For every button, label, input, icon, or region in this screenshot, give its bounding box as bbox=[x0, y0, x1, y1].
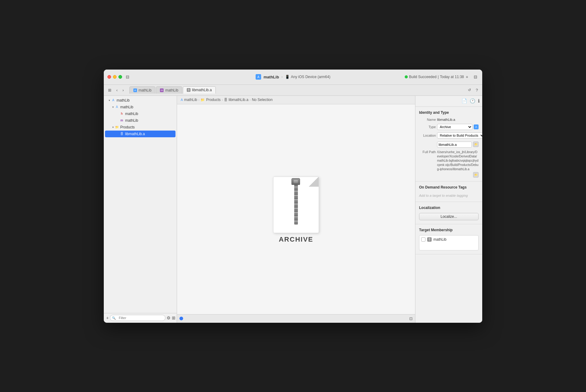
minimize-button[interactable] bbox=[113, 75, 117, 79]
breadcrumb-mathlib[interactable]: A mathLib bbox=[181, 98, 197, 102]
target-membership-section: Target Membership 🗄 mathLib bbox=[415, 224, 482, 254]
localization-title: Localization bbox=[419, 206, 479, 210]
titlebar: ⊟ A mathLib › 📱 Any iOS Device (arm64) B… bbox=[104, 70, 482, 85]
tab-mathlib-m[interactable]: m mathLib bbox=[156, 86, 182, 94]
app-icon: A bbox=[256, 74, 261, 80]
on-demand-placeholder: Add to a target to enable tagging bbox=[419, 194, 468, 197]
blue-indicator bbox=[179, 317, 183, 320]
location-field: Location Relative to Build Products bbox=[419, 132, 479, 138]
maximize-button[interactable] bbox=[118, 75, 122, 79]
scheme-label: 📱 Any iOS Device (arm64) bbox=[285, 75, 330, 79]
tree-item-products[interactable]: ▾ 📁 Products bbox=[105, 124, 175, 131]
inspector-header: 📄 🕐 ℹ bbox=[415, 96, 482, 107]
help-button[interactable]: ? bbox=[474, 86, 480, 94]
tree-item-root[interactable]: ▾ A mathLib bbox=[105, 97, 175, 104]
target-membership-title: Target Membership bbox=[419, 228, 479, 232]
breadcrumb-libmathlib[interactable]: 🗄 libmathLib.a bbox=[224, 98, 248, 102]
titlebar-center: A mathLib › 📱 Any iOS Device (arm64) bbox=[256, 74, 331, 80]
build-status: Build Succeeded | Today at 11:38 bbox=[405, 75, 464, 79]
tab-libmathlib[interactable]: 🗄 libmathLib.a bbox=[183, 86, 216, 94]
xcode-window: ⊟ A mathLib › 📱 Any iOS Device (arm64) B… bbox=[104, 70, 482, 323]
archive-display: ARCHIVE bbox=[272, 175, 320, 243]
nav-back-button[interactable]: ‹ bbox=[114, 86, 119, 94]
group-icon: A bbox=[115, 105, 119, 109]
tree-item-libmathlib[interactable]: ▾ 🗄 libmathLib.a bbox=[105, 131, 175, 137]
tab-icon-project: A bbox=[133, 88, 137, 92]
on-demand-title: On Demand Resource Tags bbox=[419, 185, 479, 189]
filter-search-icon: 🔍 bbox=[112, 316, 116, 320]
membership-item: 🗄 mathLib bbox=[421, 237, 476, 242]
tree-item-mathlib-h[interactable]: ▾ h mathLib bbox=[105, 110, 175, 117]
breadcrumb-archive-icon: 🗄 bbox=[224, 98, 227, 102]
title-separator: › bbox=[281, 75, 283, 79]
expand-editor-button[interactable]: ⊡ bbox=[409, 316, 413, 321]
close-button[interactable] bbox=[107, 75, 111, 79]
project-title: mathLib bbox=[264, 75, 279, 79]
browse-button[interactable]: 📁 bbox=[473, 142, 479, 147]
panel-toggle-button[interactable]: ⊟ bbox=[472, 74, 479, 80]
traffic-lights bbox=[107, 75, 122, 79]
tab-icon-source: m bbox=[160, 88, 164, 92]
tab-mathlib-h[interactable]: A mathLib bbox=[129, 86, 156, 94]
settings-button[interactable]: ⚙ bbox=[167, 315, 171, 320]
location-select[interactable]: Relative to Build Products bbox=[437, 132, 482, 138]
source-file-icon: m bbox=[120, 118, 124, 123]
identity-type-section: Identity and Type Name libmathLib.a Type… bbox=[415, 107, 482, 182]
zipper-head bbox=[291, 178, 300, 185]
zipper-head-detail bbox=[294, 180, 298, 183]
name-field: Name libmathLib.a bbox=[419, 118, 479, 121]
sidebar: ▾ A mathLib ▾ A mathLib ▾ h mathLib bbox=[104, 96, 177, 323]
toggle-products: ▾ bbox=[111, 125, 115, 129]
type-field: Type Archive A bbox=[419, 124, 479, 130]
add-file-button[interactable]: + bbox=[106, 315, 109, 320]
membership-target-icon: 🗄 bbox=[427, 237, 432, 242]
type-select[interactable]: Archive bbox=[437, 124, 472, 130]
type-badge: A bbox=[474, 124, 479, 129]
header-file-icon: h bbox=[120, 112, 124, 116]
localize-button[interactable]: Localize... bbox=[419, 213, 479, 220]
refresh-button[interactable]: ↺ bbox=[466, 86, 473, 94]
toggle-mathlib-group: ▾ bbox=[111, 105, 115, 109]
breadcrumb-products[interactable]: 📁 Products bbox=[201, 98, 220, 102]
expand-button[interactable]: ⊞ bbox=[172, 315, 175, 320]
full-path-browse-button[interactable]: 📁 bbox=[473, 172, 479, 178]
history-button[interactable]: 🕐 bbox=[470, 98, 476, 104]
membership-box: 🗄 mathLib bbox=[419, 235, 479, 250]
file-inspector-button[interactable]: 📄 bbox=[461, 98, 467, 104]
tree-item-mathlib-group[interactable]: ▾ A mathLib bbox=[105, 104, 175, 110]
grid-view-button[interactable]: ⊞ bbox=[106, 86, 113, 94]
breadcrumb-sep-1: › bbox=[198, 98, 199, 102]
add-button[interactable]: + bbox=[464, 74, 470, 80]
archive-visual bbox=[272, 175, 320, 233]
filename-row: 📁 bbox=[419, 141, 479, 148]
sidebar-toggle-button[interactable]: ⊟ bbox=[125, 74, 131, 80]
nav-forward-button[interactable]: › bbox=[121, 86, 125, 94]
project-icon: A bbox=[111, 98, 115, 102]
file-tree: ▾ A mathLib ▾ A mathLib ▾ h mathLib bbox=[104, 96, 177, 313]
breadcrumb: A mathLib › 📁 Products › 🗄 libmathLib.a … bbox=[177, 96, 415, 104]
editor-main: ARCHIVE bbox=[177, 104, 415, 314]
membership-checkbox[interactable] bbox=[421, 237, 425, 242]
info-button[interactable]: ℹ bbox=[478, 98, 480, 104]
full-path-value: /Users/runhe_ios_jh/Library/Developer/Xc… bbox=[437, 150, 479, 171]
zipper bbox=[291, 178, 301, 225]
archive-label: ARCHIVE bbox=[279, 236, 313, 243]
sidebar-footer: + 🔍 ⚙ ⊞ bbox=[104, 313, 177, 323]
device-icon: 📱 bbox=[285, 75, 290, 79]
archive-file-icon: 🗄 bbox=[120, 132, 124, 136]
folder-icon: 📁 bbox=[115, 125, 119, 129]
editor-area: A mathLib › 📁 Products › 🗄 libmathLib.a … bbox=[177, 96, 415, 323]
fold-detail bbox=[309, 177, 319, 187]
zipper-track bbox=[294, 185, 298, 225]
toggle-root: ▾ bbox=[107, 99, 111, 102]
location-label: Location bbox=[419, 134, 436, 137]
breadcrumb-sep-2: › bbox=[222, 98, 223, 102]
identity-type-title: Identity and Type bbox=[419, 110, 479, 115]
full-path-row: Full Path /Users/runhe_ios_jh/Library/De… bbox=[419, 150, 479, 178]
filter-input[interactable] bbox=[116, 315, 163, 321]
build-status-dot bbox=[405, 75, 408, 78]
tree-item-mathlib-m[interactable]: ▾ m mathLib bbox=[105, 117, 175, 124]
tab-bar: A mathLib m mathLib 🗄 libmathLib.a bbox=[129, 86, 216, 94]
filename-input[interactable] bbox=[437, 142, 472, 148]
breadcrumb-sep-3: › bbox=[250, 98, 251, 102]
